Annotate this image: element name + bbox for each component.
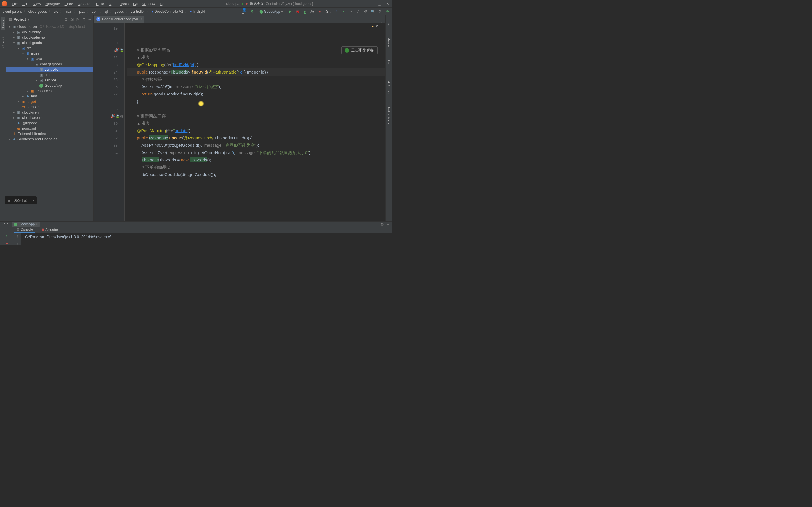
- gutter-line[interactable]: 23: [94, 61, 124, 68]
- gutter-line[interactable]: 28: [94, 105, 124, 112]
- gutter[interactable]: 192021🚀🍃2223242526272829🚀🍃@3031323334: [94, 23, 124, 221]
- gutter-line[interactable]: 24: [94, 68, 124, 76]
- tree-item[interactable]: ▾▣cloud-goods: [6, 40, 93, 45]
- tree-item[interactable]: ▸▣cloud-jifen: [6, 110, 93, 115]
- gutter-line[interactable]: [94, 32, 124, 39]
- maximize-button[interactable]: ▢: [377, 2, 382, 6]
- stop-button[interactable]: ■: [317, 9, 322, 14]
- profile-button[interactable]: ◷▾: [310, 9, 315, 14]
- tree-item[interactable]: ▸▣cloud-orders: [6, 115, 93, 120]
- tree-item[interactable]: ▸▣resources: [6, 88, 93, 94]
- run-settings-icon[interactable]: ⚙: [380, 222, 384, 226]
- tree-item[interactable]: ⬤GoodsApp: [6, 83, 93, 88]
- tree-item[interactable]: mpom.xml: [6, 126, 93, 131]
- code-line[interactable]: tbGoods.setGoodsId(dto.getGoodsId());: [128, 171, 386, 178]
- breadcrumb-item[interactable]: goods: [114, 9, 125, 14]
- code-line[interactable]: }: [128, 98, 386, 105]
- code-line[interactable]: TbGoods tbGoods = new TbGoods();: [128, 156, 386, 164]
- git-update-icon[interactable]: ✓: [334, 9, 339, 14]
- git-commit-icon[interactable]: ✓: [341, 9, 346, 14]
- tree-item[interactable]: mpom.xml: [6, 104, 93, 110]
- tree-item[interactable]: ▸◆test: [6, 94, 93, 99]
- settings-icon[interactable]: ⚙: [377, 9, 383, 14]
- menu-window[interactable]: Window: [140, 2, 158, 6]
- debug-button[interactable]: 🐞: [295, 9, 300, 14]
- menu-view[interactable]: View: [31, 2, 43, 6]
- rerun-icon[interactable]: ↻: [6, 234, 9, 238]
- breadcrumb-item[interactable]: com: [91, 9, 100, 14]
- scroll-down-icon[interactable]: ↓: [17, 241, 18, 245]
- code-line[interactable]: // 更新商品库存: [128, 112, 386, 120]
- project-tree[interactable]: ▾▣cloud-parentC:\Users\zed\Desktop\cloud…: [6, 23, 93, 221]
- breadcrumb-item[interactable]: cloud-parent: [2, 9, 23, 14]
- code-line[interactable]: // 参数校验: [128, 76, 386, 83]
- collapse-all-icon[interactable]: ⇱: [77, 17, 80, 21]
- code-line[interactable]: Assert.notNull(id, message: "id不能为空");: [128, 83, 386, 91]
- code-line[interactable]: ▲ 稀客: [128, 54, 386, 61]
- run-config-selector[interactable]: ⬤GoodsApp▾: [257, 9, 286, 14]
- inspection-widget[interactable]: ▲ 2 ˆ ˇ: [371, 24, 383, 28]
- breadcrumb-item[interactable]: ● findById: [189, 9, 206, 14]
- gutter-line[interactable]: 31: [94, 127, 124, 134]
- gutter-line[interactable]: 30: [94, 120, 124, 127]
- commit-tool-tab[interactable]: Commit: [1, 35, 5, 49]
- tree-item[interactable]: ▾▣main: [6, 51, 93, 56]
- gutter-line[interactable]: 27: [94, 91, 124, 98]
- tree-item[interactable]: ◆.gitignore: [6, 120, 93, 126]
- tree-item[interactable]: ▸▣service: [6, 77, 93, 83]
- project-tool-tab[interactable]: Project: [1, 17, 5, 30]
- fast-request-tab[interactable]: Fast Request: [387, 75, 391, 97]
- breadcrumb-item[interactable]: java: [78, 9, 86, 14]
- breadcrumb-item[interactable]: controller: [130, 9, 146, 14]
- menu-navigate[interactable]: Navigate: [43, 2, 62, 6]
- breadcrumb-item[interactable]: cloud-goods: [28, 9, 48, 14]
- menu-help[interactable]: Help: [158, 2, 170, 6]
- gutter-line[interactable]: 22: [94, 54, 124, 61]
- notifications-tab[interactable]: Notifications: [387, 105, 391, 126]
- code-line[interactable]: Assert.notNull(dto.getGoodsId(), message…: [128, 142, 386, 149]
- emoji-icon[interactable]: ☺: [7, 199, 11, 203]
- tree-item[interactable]: ▾▣src: [6, 45, 93, 51]
- close-button[interactable]: ✕: [386, 2, 389, 6]
- tree-item[interactable]: ▾▣com.qf.goods: [6, 61, 93, 67]
- maven-m-tab[interactable]: m: [387, 21, 391, 27]
- menu-git[interactable]: Git: [131, 2, 140, 6]
- git-rollback-icon[interactable]: ↺: [363, 9, 368, 14]
- scroll-up-icon[interactable]: ↑: [17, 234, 18, 238]
- minimize-button[interactable]: ─: [370, 2, 373, 6]
- code-line[interactable]: public Response update(@RequestBody TbGo…: [128, 134, 386, 142]
- tree-item[interactable]: ▸⫴External Libraries: [6, 131, 93, 136]
- actuator-tab[interactable]: ⬣Actuator: [39, 227, 60, 232]
- hammer-icon[interactable]: ⚒: [250, 9, 255, 14]
- coverage-button[interactable]: ▶̲: [302, 9, 307, 14]
- maven-tool-tab[interactable]: Maven: [387, 36, 391, 48]
- gutter-line[interactable]: 25: [94, 76, 124, 83]
- select-opened-icon[interactable]: ⊙: [64, 17, 68, 21]
- editor-tab[interactable]: C GoodsControllerV2.java ×: [94, 16, 144, 23]
- code-line[interactable]: // 下单的商品ID: [128, 164, 386, 171]
- menu-file[interactable]: File: [10, 2, 20, 6]
- next-highlight-icon[interactable]: ˇ: [382, 24, 383, 28]
- console-output[interactable]: "C:\Program Files\Java\jdk1.8.0_291\bin\…: [21, 233, 392, 245]
- gutter-line[interactable]: [94, 98, 124, 105]
- code-line[interactable]: @PostMapping(⊕▾"update"): [128, 127, 386, 134]
- code-line[interactable]: [128, 105, 386, 112]
- gutter-line[interactable]: 21🚀🍃: [94, 47, 124, 54]
- database-tool-tab[interactable]: Data: [387, 57, 391, 67]
- gutter-line[interactable]: 26: [94, 83, 124, 91]
- code-line[interactable]: ▲ 稀客: [128, 120, 386, 127]
- tree-item[interactable]: ▸▣target: [6, 99, 93, 104]
- gutter-line[interactable]: 20: [94, 39, 124, 47]
- ide-update-icon[interactable]: ⟳: [385, 9, 390, 14]
- console-tab[interactable]: ▤Console: [14, 227, 35, 233]
- stop-run-icon[interactable]: ■: [6, 241, 8, 245]
- user-icon[interactable]: 👤▾: [242, 9, 247, 14]
- gutter-line[interactable]: 29🚀🍃@: [94, 112, 124, 120]
- git-push-icon[interactable]: ↗: [348, 9, 353, 14]
- tree-item[interactable]: ▸▣cloud-entity: [6, 29, 93, 35]
- menu-edit[interactable]: Edit: [20, 2, 31, 6]
- breadcrumb-item[interactable]: ● GoodsControllerV2: [150, 9, 185, 14]
- editor-tabs-menu-icon[interactable]: ⋮: [377, 19, 386, 23]
- chat-collapse-icon[interactable]: ‹: [33, 199, 34, 203]
- run-config-tab[interactable]: ⬤GoodsApp×: [11, 222, 40, 227]
